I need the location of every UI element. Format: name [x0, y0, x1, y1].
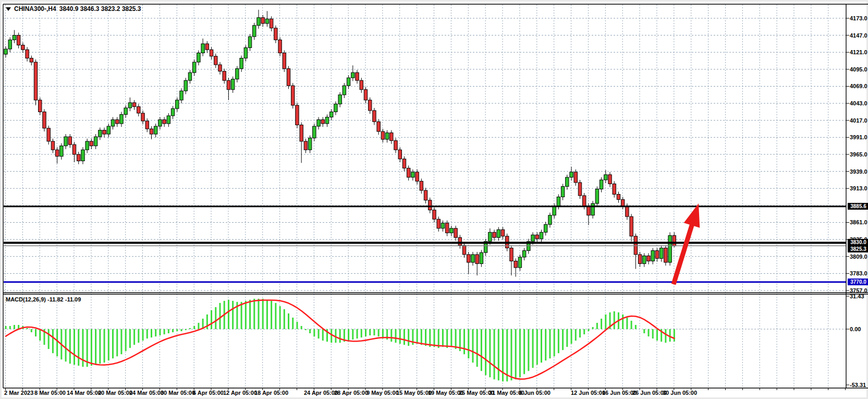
candle-body — [4, 49, 7, 54]
time-axis-label: 2 Mar 2023 — [4, 390, 33, 396]
candle-body — [248, 37, 251, 47]
candle-body — [304, 141, 307, 150]
symbol-dropdown-icon[interactable] — [6, 7, 11, 11]
candle-body — [531, 235, 534, 241]
price-tag: 3770.0 — [848, 279, 868, 285]
candle-body — [437, 219, 440, 228]
candle-body — [493, 232, 496, 237]
time-axis-label: 6 Apr 05:00 — [193, 390, 224, 396]
candle-body — [274, 28, 277, 40]
candle-body — [626, 206, 629, 216]
candle-body — [343, 86, 346, 95]
price-axis-tick: 3783.0 — [850, 270, 867, 276]
up-arrow-annotation[interactable] — [674, 203, 700, 284]
candle-body — [673, 236, 676, 246]
candle-body — [253, 26, 256, 37]
candle-body — [47, 128, 50, 141]
candle-body — [34, 62, 37, 100]
candle-body — [643, 256, 646, 263]
candle-body — [334, 104, 337, 112]
candle-body — [364, 90, 367, 100]
time-axis-label: 8 Mar 05:00 — [34, 390, 66, 396]
symbol-title: CHINA300-,H4 — [14, 5, 56, 13]
time-axis-label: 16 Jun 05:00 — [602, 390, 637, 396]
macd-axis-tick: 31.43 — [850, 293, 864, 299]
candle-body — [188, 72, 191, 80]
candle-body — [317, 119, 320, 126]
candle-body — [132, 103, 136, 107]
candle-body — [561, 186, 564, 197]
candle-body — [39, 100, 42, 112]
candle-body — [407, 168, 410, 177]
candle-body — [300, 125, 303, 141]
time-axis-label: 9 May 05:00 — [366, 390, 399, 396]
candle-body — [377, 122, 380, 131]
candle-body — [116, 119, 119, 124]
candle-body — [278, 40, 282, 53]
candle-body — [347, 78, 350, 86]
candle-body — [236, 69, 239, 79]
candle-body — [184, 80, 187, 91]
candle-body — [124, 108, 127, 115]
price-axis-tick: 4043.0 — [850, 100, 867, 106]
candle-body — [321, 119, 324, 124]
candle-body — [163, 119, 166, 124]
candle-body — [180, 91, 183, 100]
candle-body — [621, 200, 624, 207]
candle-body — [591, 203, 594, 215]
candle-body — [535, 235, 539, 239]
price-axis-tick: 4069.0 — [850, 83, 867, 89]
candle-body — [668, 236, 671, 262]
candle-body — [433, 210, 436, 220]
price-axis-tick: 3991.0 — [850, 134, 867, 140]
candle-body — [454, 228, 457, 238]
time-axis-label: 30 Mar 05:00 — [161, 390, 195, 396]
candle-body — [227, 80, 230, 90]
candle-body — [120, 114, 123, 124]
candle-body — [445, 223, 448, 233]
candle-body — [450, 228, 453, 233]
candle-body — [617, 195, 620, 200]
chart-window: CHINA300-,H4 3840.9 3846.3 3823.2 3825.3… — [2, 2, 866, 397]
candle-body — [540, 232, 543, 239]
candle-body — [583, 196, 586, 206]
candle-body — [664, 248, 667, 262]
candle-body — [107, 126, 110, 134]
candle-body — [488, 232, 492, 241]
candle-body — [81, 150, 84, 161]
time-axis-label: 12 Jun 05:00 — [571, 390, 605, 396]
candle-body — [287, 69, 290, 86]
candle-body — [587, 206, 590, 215]
candle-body — [90, 141, 93, 146]
candle-body — [351, 72, 354, 78]
candle-body — [192, 62, 195, 72]
price-axis-tick: 4017.0 — [850, 117, 867, 124]
candle-body — [501, 229, 504, 236]
price-axis-tick: 3861.0 — [850, 219, 867, 225]
candle-body — [613, 184, 616, 194]
candle-body — [497, 229, 500, 237]
candle-body — [518, 257, 521, 268]
candle-body — [313, 126, 316, 138]
candle-body — [608, 175, 612, 184]
time-axis[interactable]: 2 Mar 20238 Mar 05:0014 Mar 05:0020 Mar … — [2, 390, 846, 399]
candle-body — [158, 119, 162, 126]
time-axis-label: 24 Mar 05:00 — [129, 390, 164, 396]
candle-body — [111, 119, 114, 126]
candle-body — [553, 206, 556, 215]
candle-body — [373, 111, 376, 122]
candle-body — [231, 79, 234, 90]
candle-body — [214, 56, 217, 65]
candle-body — [77, 154, 80, 161]
price-axis-tick: 3913.0 — [850, 185, 867, 191]
time-axis-label: 24 Apr 05:00 — [304, 390, 338, 396]
time-axis-label: 19 May 05:00 — [428, 390, 463, 396]
time-axis-label: 30 Jun 05:00 — [663, 390, 697, 396]
candle-body — [390, 133, 393, 141]
candle-body — [85, 141, 89, 150]
candle-body — [415, 172, 419, 182]
price-axis-tick: 4121.0 — [850, 49, 867, 55]
candle-body — [651, 250, 654, 261]
candle-body — [522, 250, 525, 257]
chart-canvas[interactable] — [2, 2, 868, 399]
